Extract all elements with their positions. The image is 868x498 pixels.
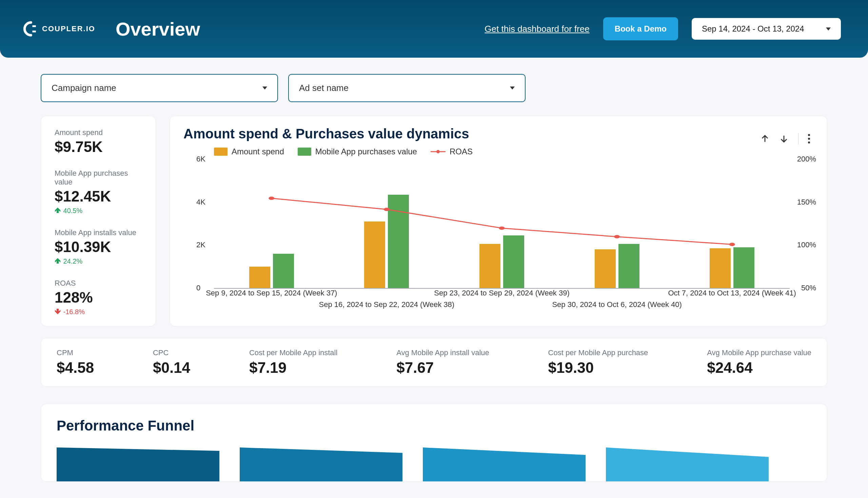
- arrow-down-icon[interactable]: [779, 134, 789, 144]
- svg-marker-7: [606, 447, 769, 481]
- bar-amount-spend: [479, 244, 500, 288]
- book-demo-button[interactable]: Book a Demo: [603, 17, 678, 40]
- date-range-picker[interactable]: Sep 14, 2024 - Oct 13, 2024: [692, 18, 841, 40]
- cost-metrics-card: CPM $4.58CPC $0.14Cost per Mobile App in…: [41, 338, 827, 387]
- stat-value: $19.30: [548, 359, 648, 376]
- stat-label: Cost per Mobile App purchase: [548, 349, 648, 357]
- y-axis-tick-right: 100%: [797, 240, 816, 249]
- stat-value: $0.14: [153, 359, 190, 376]
- legend-label: Amount spend: [231, 147, 284, 156]
- x-axis-label: Oct 7, 2024 to Oct 13, 2024 (Week 41): [668, 289, 796, 298]
- brand-text: COUPLER.IO: [42, 24, 95, 33]
- bar-group: [329, 160, 444, 288]
- get-dashboard-link[interactable]: Get this dashboard for free: [484, 24, 589, 34]
- legend-swatch: [214, 147, 227, 156]
- legend-label: ROAS: [450, 147, 473, 156]
- kpi-value: 128%: [55, 289, 142, 306]
- y-axis-tick-right: 50%: [801, 284, 816, 292]
- legend-swatch: [298, 147, 311, 156]
- svg-rect-0: [32, 25, 36, 27]
- arrow-up-icon[interactable]: [760, 134, 770, 144]
- svg-marker-6: [423, 447, 586, 481]
- legend-label: Mobile App purchases value: [315, 147, 417, 156]
- legend-amount-spend: Amount spend: [214, 147, 284, 156]
- x-axis-label: Sep 16, 2024 to Sep 22, 2024 (Week 38): [319, 300, 455, 309]
- kpi-value: $12.45K: [55, 188, 142, 205]
- bar-purchases-value: [618, 244, 640, 288]
- funnel-chart: [57, 447, 811, 481]
- divider: [798, 133, 799, 145]
- adset-select-label: Ad set name: [299, 83, 349, 93]
- y-axis-tick-left: 4K: [196, 198, 205, 207]
- funnel-segment: [606, 447, 769, 481]
- x-axis-label: Sep 23, 2024 to Sep 29, 2024 (Week 39): [434, 289, 570, 298]
- y-axis-tick-right: 150%: [797, 198, 816, 207]
- chevron-down-icon: [510, 87, 515, 90]
- kpi-block: Amount spend $9.75K: [55, 128, 142, 155]
- chevron-down-icon: [826, 27, 831, 30]
- campaign-select[interactable]: Campaign name: [41, 74, 278, 102]
- stat-value: $4.58: [57, 359, 94, 376]
- bar-purchases-value: [388, 195, 409, 288]
- filter-row: Campaign name Ad set name: [0, 58, 868, 116]
- stat-label: Avg Mobile App install value: [396, 349, 489, 357]
- stat-cell: Cost per Mobile App install $7.19: [249, 349, 337, 376]
- app-header: COUPLER.IO Overview Get this dashboard f…: [0, 0, 868, 58]
- bar-amount-spend: [710, 248, 731, 288]
- y-axis-tick-left: 6K: [196, 155, 205, 163]
- bar-amount-spend: [364, 222, 385, 288]
- bar-group: [214, 160, 329, 288]
- page-title: Overview: [116, 18, 200, 40]
- adset-select[interactable]: Ad set name: [288, 74, 525, 102]
- x-axis-label: Sep 30, 2024 to Oct 6, 2024 (Week 40): [552, 300, 682, 309]
- chart-actions: [760, 133, 810, 145]
- legend-line-icon: [431, 149, 445, 154]
- kpi-delta: 🡹 24.2%: [55, 258, 142, 265]
- brand-logo: COUPLER.IO: [21, 21, 95, 37]
- stat-value: $7.67: [396, 359, 489, 376]
- stat-label: CPM: [57, 349, 94, 357]
- kpi-delta: 🡻 -16.8%: [55, 308, 142, 316]
- bar-purchases-value: [733, 247, 755, 288]
- bar-group: [675, 160, 790, 288]
- kpi-block: ROAS 128%🡻 -16.8%: [55, 279, 142, 316]
- bar-group: [444, 160, 559, 288]
- campaign-select-label: Campaign name: [52, 83, 116, 93]
- stat-value: $7.19: [249, 359, 337, 376]
- chart-legend: Amount spend Mobile App purchases value …: [214, 147, 813, 156]
- kpi-label: Amount spend: [55, 128, 142, 137]
- stat-cell: Cost per Mobile App purchase $19.30: [548, 349, 648, 376]
- bar-purchases-value: [503, 235, 524, 288]
- performance-funnel-card: Performance Funnel: [41, 404, 827, 482]
- svg-rect-1: [32, 30, 36, 32]
- stat-label: Avg Mobile App purchase value: [707, 349, 811, 357]
- kpi-label: ROAS: [55, 279, 142, 288]
- y-axis-tick-left: 0: [196, 284, 200, 292]
- bar-amount-spend: [595, 249, 616, 288]
- stat-cell: CPM $4.58: [57, 349, 94, 376]
- bar-group: [559, 160, 675, 288]
- svg-marker-4: [57, 447, 219, 481]
- funnel-segment: [57, 447, 219, 481]
- bar-purchases-value: [273, 254, 294, 288]
- y-axis-tick-right: 200%: [797, 155, 816, 163]
- y-axis-tick-left: 2K: [196, 240, 205, 249]
- kpi-block: Mobile App purchases value $12.45K🡹 40.5…: [55, 169, 142, 215]
- stat-value: $24.64: [707, 359, 811, 376]
- legend-roas: ROAS: [431, 147, 473, 156]
- coupler-logo-icon: [21, 21, 37, 37]
- legend-purchases-value: Mobile App purchases value: [298, 147, 417, 156]
- stat-cell: CPC $0.14: [153, 349, 190, 376]
- kpi-sidebar: Amount spend $9.75KMobile App purchases …: [41, 116, 156, 326]
- kpi-value: $9.75K: [55, 139, 142, 155]
- kpi-label: Mobile App purchases value: [55, 169, 142, 187]
- more-menu-icon[interactable]: [808, 134, 810, 144]
- funnel-title: Performance Funnel: [57, 418, 811, 434]
- stat-cell: Avg Mobile App purchase value $24.64: [707, 349, 811, 376]
- kpi-delta: 🡹 40.5%: [55, 207, 142, 215]
- stat-cell: Avg Mobile App install value $7.67: [396, 349, 489, 376]
- stat-label: Cost per Mobile App install: [249, 349, 337, 357]
- x-axis-label: Sep 9, 2024 to Sep 15, 2024 (Week 37): [206, 289, 337, 298]
- kpi-value: $10.39K: [55, 238, 142, 255]
- spend-purchases-chart-card: Amount spend & Purchases value dynamics …: [170, 116, 827, 326]
